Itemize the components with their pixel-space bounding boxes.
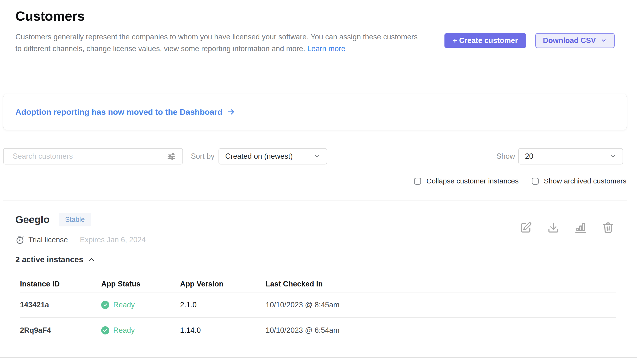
adoption-banner[interactable]: Adoption reporting has now moved to the … (3, 94, 627, 130)
list-controls: Sort by Created on (newest) Show 20 (3, 148, 623, 164)
table-row: 143421a Ready 2.1.0 10/10/2023 @ 8:45am (20, 292, 616, 318)
show-archived-label: Show archived customers (544, 177, 626, 185)
collapse-instances-option[interactable]: Collapse customer instances (414, 177, 519, 185)
create-customer-button[interactable]: + Create customer (445, 33, 526, 48)
edit-customer-button[interactable] (520, 222, 532, 234)
license-type: Trial license (28, 236, 68, 244)
chevron-down-icon (314, 153, 320, 160)
show-label: Show (496, 148, 515, 164)
collapse-instances-checkbox[interactable] (414, 178, 421, 185)
section-divider (3, 200, 627, 200)
app-status-text: Ready (113, 300, 135, 309)
license-expiry: Expires Jan 6, 2024 (80, 236, 146, 244)
show-select-value: 20 (525, 152, 533, 161)
check-circle-icon (101, 301, 109, 309)
trash-icon (602, 222, 614, 234)
check-circle-icon (101, 326, 109, 334)
customers-page: Customers Customers generally represent … (0, 0, 637, 364)
download-customer-button[interactable] (547, 222, 560, 234)
edit-icon (520, 222, 532, 234)
chevron-down-icon (601, 38, 607, 44)
download-csv-label: Download CSV (543, 36, 596, 45)
bar-chart-icon (574, 222, 587, 234)
filter-button[interactable] (166, 151, 182, 162)
page-description-text: Customers generally represent the compan… (15, 33, 417, 53)
page-header: Customers Customers generally represent … (15, 8, 424, 54)
page-description: Customers generally represent the compan… (15, 31, 424, 54)
page-bottom-divider (0, 357, 637, 358)
show-archived-option[interactable]: Show archived customers (532, 177, 626, 185)
show-select[interactable]: 20 (518, 148, 623, 164)
sort-by-label: Sort by (191, 148, 215, 164)
col-header-app-version: App Version (180, 280, 266, 288)
last-checked-in-cell: 10/10/2023 @ 6:54am (266, 326, 616, 335)
page-title: Customers (15, 8, 424, 24)
caret-up-icon (88, 256, 95, 264)
list-options: Collapse customer instances Show archive… (414, 177, 626, 185)
delete-customer-button[interactable] (602, 222, 614, 234)
table-row: 2Rq9aF4 Ready 1.14.0 10/10/2023 @ 6:54am (20, 318, 616, 343)
customer-name: Geeglo (15, 214, 50, 226)
adoption-banner-link[interactable]: Adoption reporting has now moved to the … (15, 107, 222, 117)
app-version-cell: 1.14.0 (180, 326, 266, 335)
show-archived-checkbox[interactable] (532, 178, 539, 185)
collapse-instances-label: Collapse customer instances (427, 177, 519, 185)
channel-badge: Stable (59, 213, 91, 226)
search-customers-box (3, 148, 183, 164)
col-header-app-status: App Status (101, 280, 180, 288)
instances-table-header: Instance ID App Status App Version Last … (20, 276, 616, 292)
arrow-right-icon (227, 108, 235, 116)
col-header-instance-id: Instance ID (20, 280, 101, 288)
instances-table: Instance ID App Status App Version Last … (20, 276, 616, 343)
learn-more-link[interactable]: Learn more (307, 44, 345, 53)
instances-toggle[interactable]: 2 active instances (15, 255, 95, 264)
license-row: Trial license Expires Jan 6, 2024 (15, 235, 146, 244)
sort-select[interactable]: Created on (newest) (219, 148, 327, 164)
download-csv-button[interactable]: Download CSV (535, 33, 615, 48)
download-icon (547, 222, 560, 234)
customer-card-header: Geeglo Stable (15, 213, 91, 226)
header-actions: + Create customer Download CSV (445, 33, 615, 48)
customer-reporting-button[interactable] (574, 222, 587, 234)
last-checked-in-cell: 10/10/2023 @ 8:45am (266, 300, 616, 309)
app-status-cell: Ready (101, 326, 180, 335)
app-status-text: Ready (113, 326, 135, 335)
chevron-down-icon (610, 153, 616, 160)
stopwatch-icon (15, 235, 25, 244)
instance-id-cell: 2Rq9aF4 (20, 326, 101, 335)
instances-toggle-label: 2 active instances (15, 255, 83, 264)
app-status-cell: Ready (101, 300, 180, 309)
instance-id-cell: 143421a (20, 300, 101, 309)
app-version-cell: 2.1.0 (180, 300, 266, 309)
search-input[interactable] (4, 149, 166, 164)
sort-select-value: Created on (newest) (225, 152, 293, 161)
col-header-last-checked-in: Last Checked In (266, 280, 616, 288)
filter-sliders-icon (166, 151, 177, 162)
customer-actions (520, 222, 614, 234)
